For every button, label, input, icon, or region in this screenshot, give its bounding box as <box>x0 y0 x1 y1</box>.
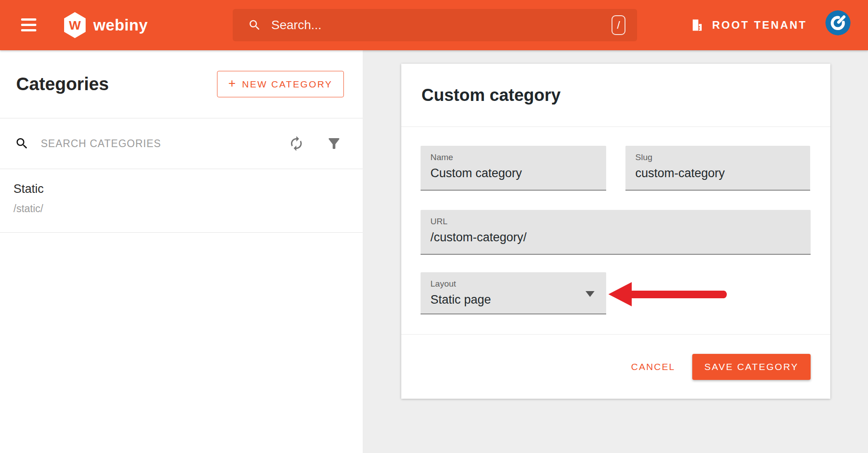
user-avatar[interactable] <box>825 10 851 35</box>
plus-icon: + <box>228 76 235 91</box>
url-field[interactable]: URL /custom-category/ <box>421 210 811 255</box>
form-header: Custom category <box>401 64 830 127</box>
webiny-hexagon-icon: W <box>63 12 87 39</box>
category-list-item[interactable]: Static /static/ <box>0 169 363 233</box>
chevron-down-icon <box>586 291 595 297</box>
slug-field-label: Slug <box>635 152 800 162</box>
categories-header: Categories + NEW CATEGORY <box>0 50 363 118</box>
category-search-input[interactable] <box>41 138 267 150</box>
refresh-icon <box>288 135 304 152</box>
cancel-button[interactable]: CANCEL <box>631 362 675 372</box>
filter-button[interactable] <box>326 135 342 152</box>
search-icon <box>15 136 29 151</box>
svg-text:W: W <box>69 18 81 32</box>
layout-select-label: Layout <box>430 279 596 289</box>
tenant-label: ROOT TENANT <box>712 19 807 31</box>
url-field-value: /custom-category/ <box>430 231 801 244</box>
filter-icon <box>326 135 342 152</box>
refresh-button[interactable] <box>288 135 304 152</box>
url-field-label: URL <box>430 217 801 226</box>
new-category-button-label: NEW CATEGORY <box>242 79 333 90</box>
red-annotation-arrow <box>608 278 732 312</box>
brand-wordmark: webiny <box>93 16 148 34</box>
new-category-button[interactable]: + NEW CATEGORY <box>217 71 344 97</box>
webiny-logo: W webiny <box>63 12 148 39</box>
save-category-button[interactable]: SAVE CATEGORY <box>692 354 811 380</box>
global-search-input[interactable] <box>271 9 612 41</box>
layout-select[interactable]: Layout Static page <box>421 272 606 314</box>
building-icon <box>690 18 704 32</box>
page-title: Categories <box>16 74 109 94</box>
top-app-bar: W webiny / ROOT TENANT <box>0 0 868 50</box>
name-field-value: Custom category <box>430 166 596 180</box>
form-footer: CANCEL SAVE CATEGORY <box>401 334 830 399</box>
categories-panel: Categories + NEW CATEGORY Static /static… <box>0 50 363 453</box>
global-search-bar[interactable]: / <box>233 9 637 41</box>
name-field[interactable]: Name Custom category <box>421 146 606 191</box>
content-area: Custom category Name Custom category Slu… <box>363 50 868 453</box>
tenant-selector[interactable]: ROOT TENANT <box>690 0 807 50</box>
category-form-card: Custom category Name Custom category Slu… <box>401 64 830 399</box>
slug-field[interactable]: Slug custom-category <box>625 146 810 191</box>
menu-icon[interactable] <box>21 18 36 31</box>
category-search-row <box>0 118 363 169</box>
category-slug: /static/ <box>13 203 349 215</box>
category-name: Static <box>13 182 349 196</box>
slug-field-value: custom-category <box>635 166 800 180</box>
slash-shortcut-badge: / <box>612 15 625 35</box>
name-field-label: Name <box>430 152 596 162</box>
search-icon <box>248 18 261 32</box>
form-title: Custom category <box>421 86 560 105</box>
layout-select-value: Static page <box>430 293 596 307</box>
